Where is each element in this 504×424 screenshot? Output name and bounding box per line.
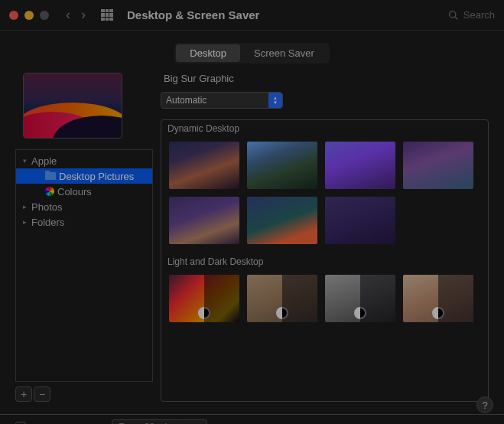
stepper-chevrons-icon: ▲▼ bbox=[268, 93, 282, 108]
wallpaper-thumb[interactable] bbox=[403, 142, 473, 189]
search-placeholder: Search bbox=[463, 9, 495, 21]
zoom-window-button bbox=[40, 11, 49, 20]
wallpaper-thumb[interactable] bbox=[325, 142, 395, 189]
change-interval-popup[interactable]: Every 30 minutes ▲▼ bbox=[112, 419, 207, 424]
window-title: Desktop & Screen Saver bbox=[127, 8, 259, 21]
light-dark-icon bbox=[198, 307, 210, 319]
chevron-right-icon[interactable]: ▸ bbox=[21, 218, 28, 226]
wallpaper-gallery: Dynamic Desktop Light and Dark Desktop bbox=[161, 119, 489, 402]
remove-folder-button: − bbox=[34, 386, 50, 402]
wallpaper-thumb[interactable] bbox=[325, 197, 395, 244]
color-wheel-icon bbox=[45, 187, 54, 196]
wallpaper-thumb[interactable] bbox=[169, 275, 239, 322]
section-dynamic-desktop: Dynamic Desktop bbox=[161, 120, 488, 137]
section-light-dark: Light and Dark Desktop bbox=[161, 253, 488, 270]
tree-footer-buttons: + − bbox=[15, 386, 153, 402]
traffic-lights bbox=[9, 11, 49, 20]
tab-screen-saver[interactable]: Screen Saver bbox=[240, 44, 328, 62]
wallpaper-thumb[interactable] bbox=[325, 275, 395, 322]
left-column: ▾Apple Desktop Pictures Colours ▸Photos … bbox=[15, 73, 153, 402]
wallpaper-thumb[interactable] bbox=[247, 197, 317, 244]
chevron-right-icon[interactable]: ▸ bbox=[21, 203, 28, 210]
tree-item-folders[interactable]: ▸Folders bbox=[16, 214, 152, 230]
tab-desktop[interactable]: Desktop bbox=[176, 44, 240, 62]
chevron-down-icon[interactable]: ▾ bbox=[21, 157, 28, 165]
dynamic-thumbs bbox=[161, 137, 488, 253]
show-all-icon[interactable] bbox=[101, 9, 113, 21]
wallpaper-name: Big Sur Graphic bbox=[161, 73, 489, 84]
tree-item-apple[interactable]: ▾Apple bbox=[16, 153, 152, 168]
forward-button: › bbox=[81, 7, 86, 23]
wallpaper-thumb[interactable] bbox=[247, 275, 317, 322]
separator bbox=[0, 414, 504, 415]
lightdark-thumbs bbox=[161, 270, 488, 331]
search-field[interactable]: Search bbox=[448, 9, 495, 21]
wallpaper-thumb[interactable] bbox=[403, 275, 473, 322]
search-icon bbox=[448, 10, 459, 21]
wallpaper-thumb[interactable] bbox=[169, 142, 239, 189]
light-dark-icon bbox=[276, 307, 288, 319]
close-window-button[interactable] bbox=[9, 11, 18, 20]
back-button[interactable]: ‹ bbox=[66, 7, 70, 23]
appearance-mode-dropdown[interactable]: Automatic ▲▼ bbox=[161, 92, 283, 109]
wallpaper-preview bbox=[23, 73, 122, 139]
segmented-control: Desktop Screen Saver bbox=[174, 43, 329, 64]
wallpaper-thumb[interactable] bbox=[169, 197, 239, 244]
light-dark-icon bbox=[354, 307, 366, 319]
tree-item-photos[interactable]: ▸Photos bbox=[16, 199, 152, 214]
folder-icon bbox=[45, 172, 56, 180]
change-picture-label: Change picture: bbox=[34, 422, 104, 425]
help-button[interactable]: ? bbox=[476, 396, 493, 413]
wallpaper-thumb[interactable] bbox=[247, 142, 317, 189]
source-tree: ▾Apple Desktop Pictures Colours ▸Photos … bbox=[15, 149, 153, 382]
nav-arrows: ‹ › bbox=[66, 7, 86, 23]
tab-bar: Desktop Screen Saver bbox=[0, 31, 504, 73]
right-column: Big Sur Graphic Automatic ▲▼ Dynamic Des… bbox=[161, 73, 489, 402]
toolbar: ‹ › Desktop & Screen Saver Search bbox=[0, 0, 504, 31]
dropdown-value: Automatic bbox=[166, 95, 206, 106]
light-dark-icon bbox=[432, 307, 444, 319]
minimize-window-button[interactable] bbox=[24, 11, 34, 20]
tree-item-desktop-pictures[interactable]: Desktop Pictures bbox=[16, 168, 152, 184]
tree-item-colours[interactable]: Colours bbox=[16, 184, 152, 199]
bottom-options: Change picture: Every 30 minutes ▲▼ bbox=[0, 419, 504, 424]
add-folder-button[interactable]: + bbox=[15, 386, 32, 402]
content-area: ▾Apple Desktop Pictures Colours ▸Photos … bbox=[0, 73, 504, 402]
